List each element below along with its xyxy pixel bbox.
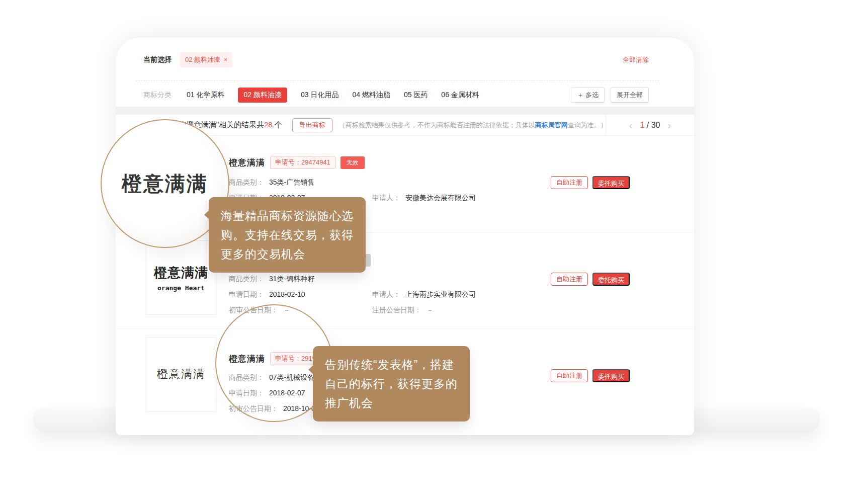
tooltip-line: 推广机会 (325, 393, 458, 412)
field-label: 申请人： (372, 194, 400, 202)
category-tab-03[interactable]: 03 日化用品 (301, 88, 338, 103)
selected-filter-tag-text: 02 颜料油漆 (185, 55, 220, 64)
field-value: － (426, 306, 434, 314)
trademark-image-subtext: orange Heart (157, 284, 205, 292)
pagination: ‹ 1 / 30 › (606, 115, 694, 136)
selected-filter-tag[interactable]: 02 颜料油漆 × (180, 52, 232, 67)
field-label: 商品类别： (229, 178, 264, 186)
self-register-button[interactable]: 自助注册 (551, 273, 588, 286)
field-label: 商品类别： (229, 275, 264, 283)
self-register-button[interactable]: 自助注册 (551, 176, 588, 189)
entrust-purchase-button[interactable]: 委托购买 (592, 176, 630, 189)
tooltip-arrow-left (303, 364, 314, 375)
category-tab-05[interactable]: 05 医药 (404, 88, 428, 103)
category-tab-02-selected[interactable]: 02 颜料油漆 (238, 88, 287, 103)
status-badge-invalid: 无效 (340, 156, 365, 169)
self-register-button[interactable]: 自助注册 (551, 369, 588, 382)
page-indicator: 1 / 30 (640, 121, 660, 130)
trademark-image-3: 橙意满满 (146, 337, 216, 411)
trademark-image-2: 橙意满满 orange Heart (146, 240, 216, 315)
field-label: 申请日期： (229, 290, 264, 298)
field-value: 安徽美达会展有限公司 (405, 194, 476, 202)
multi-select-button[interactable]: ＋ 多选 (571, 88, 605, 103)
trademark-office-link[interactable]: 商标局官网 (535, 121, 568, 129)
clear-all-button[interactable]: 全部清除 (623, 55, 649, 64)
laptop-mockup: 当前选择 02 颜料油漆 × 全部清除 商标分类 01 化学原料 02 颜料油漆… (0, 0, 853, 504)
field-value: 上海雨步实业有限公司 (405, 290, 476, 298)
tooltip-line: 自己的标行，获得更多的 (325, 374, 458, 393)
result-row-2: 橙意满满 orange Heart 橙意满满 申请号：29482153 已注册 … (116, 232, 694, 329)
tooltip-line: 告别传统“发表格”，搭建 (325, 355, 458, 374)
field-value: 31类-饲料种籽 (269, 275, 314, 283)
tooltip-line: 更多的交易机会 (221, 244, 354, 264)
expand-all-button[interactable]: 展开全部 (611, 88, 649, 103)
trademark-image-text: 橙意满满 (154, 264, 208, 282)
prev-page-icon[interactable]: ‹ (629, 120, 633, 130)
category-tab-04[interactable]: 04 燃料油脂 (352, 88, 390, 103)
tooltip-marketplace: 海量精品商标资源随心选 购。支持在线交易，获得 更多的交易机会 (209, 197, 366, 273)
trademark-name: 橙意满满 (229, 157, 265, 169)
field-label: 注册公告日期： (372, 306, 421, 314)
entrust-purchase-button[interactable]: 委托购买 (592, 273, 630, 286)
tooltip-line: 海量精品商标资源随心选 (221, 206, 354, 225)
divider (136, 80, 659, 81)
category-tab-06[interactable]: 06 金属材料 (441, 88, 479, 103)
trademark-image-text: 橙意满满 (157, 367, 205, 382)
next-page-icon[interactable]: › (668, 120, 671, 130)
close-icon[interactable]: × (224, 56, 227, 63)
filter-header: 当前选择 02 颜料油漆 × 全部清除 商标分类 01 化学原料 02 颜料油漆… (116, 38, 694, 107)
magnified-trademark-text: 橙意满满 (122, 170, 208, 198)
category-tab-01[interactable]: 01 化学原料 (187, 88, 224, 103)
tooltip-arrow-left (199, 209, 210, 220)
current-selection-label: 当前选择 (143, 55, 172, 64)
export-trademarks-button[interactable]: 导出商标 (292, 118, 332, 132)
application-number-badge: 申请号：29474941 (270, 156, 335, 169)
entrust-purchase-button[interactable]: 委托购买 (592, 369, 630, 382)
results-count: 28 (264, 120, 273, 129)
tooltip-line: 购。支持在线交易，获得 (221, 225, 354, 244)
field-label: 申请人： (372, 290, 400, 298)
disclaimer-text: （商标检索结果仅供参考，不作为商标能否注册的法律依据；具体以商标局官网查询为准。… (339, 121, 606, 130)
category-label: 商标分类 (143, 91, 172, 100)
field-value: 35类-广告销售 (269, 178, 314, 186)
field-value: 2018-02-10 (269, 290, 305, 298)
tooltip-promotion: 告别传统“发表格”，搭建 自己的标行，获得更多的 推广机会 (313, 346, 470, 422)
